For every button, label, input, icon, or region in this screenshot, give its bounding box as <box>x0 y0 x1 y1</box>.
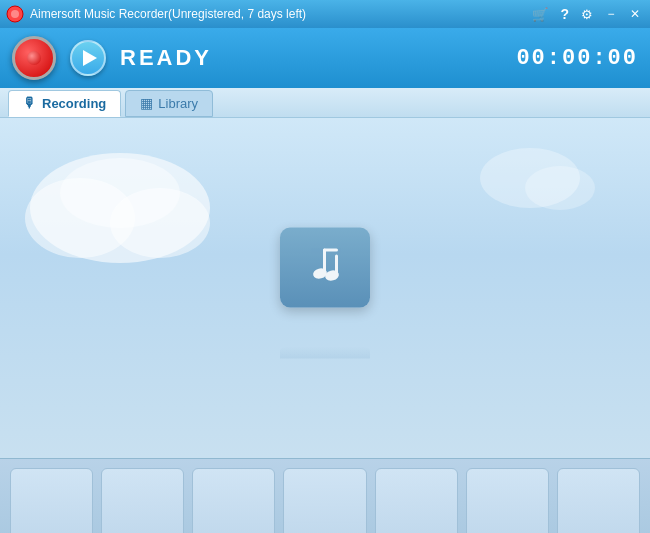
timer-display: 00:00:00 <box>516 46 638 71</box>
thumbnail-card-2 <box>101 468 184 534</box>
svg-point-3 <box>25 178 135 258</box>
thumbnail-card-5 <box>375 468 458 534</box>
title-bar: Aimersoft Music Recorder(Unregistered, 7… <box>0 0 650 28</box>
cart-icon[interactable]: 🛒 <box>529 7 551 22</box>
play-button[interactable] <box>70 40 106 76</box>
svg-point-7 <box>525 166 595 210</box>
recording-tab-icon: 🎙 <box>23 95 37 111</box>
app-icon <box>6 5 24 23</box>
svg-rect-12 <box>323 248 338 251</box>
record-button-inner <box>27 51 41 65</box>
library-tab-label: Library <box>158 96 198 111</box>
thumbnail-card-3 <box>192 468 275 534</box>
svg-point-6 <box>480 148 580 208</box>
main-content <box>0 118 650 458</box>
svg-point-5 <box>60 158 180 228</box>
tabs-bar: 🎙 Recording ▦ Library <box>0 88 650 118</box>
svg-point-2 <box>30 153 210 263</box>
music-icon-box <box>280 228 370 308</box>
thumbnail-card-6 <box>466 468 549 534</box>
thumbnail-card-1 <box>10 468 93 534</box>
transport-bar: READY 00:00:00 <box>0 28 650 88</box>
title-bar-actions: 🛒 ? ⚙ − ✕ <box>529 6 644 22</box>
thumbnail-card-4 <box>283 468 366 534</box>
recording-tab-label: Recording <box>42 96 106 111</box>
thumbnail-card-7 <box>557 468 640 534</box>
minimize-button[interactable]: − <box>602 6 620 22</box>
music-icon-container <box>280 228 370 338</box>
svg-point-4 <box>110 188 210 258</box>
thumbnail-strip <box>0 458 650 533</box>
play-icon <box>83 50 97 66</box>
music-icon-reflection <box>280 347 370 359</box>
library-tab-icon: ▦ <box>140 95 153 111</box>
status-display: READY <box>120 45 502 71</box>
music-notes-icon <box>295 240 355 295</box>
tab-recording[interactable]: 🎙 Recording <box>8 90 121 117</box>
close-button[interactable]: ✕ <box>626 6 644 22</box>
svg-point-1 <box>11 10 19 18</box>
tab-library[interactable]: ▦ Library <box>125 90 213 117</box>
app-title: Aimersoft Music Recorder(Unregistered, 7… <box>30 7 529 21</box>
help-icon[interactable]: ? <box>557 6 572 22</box>
record-button[interactable] <box>12 36 56 80</box>
settings-icon[interactable]: ⚙ <box>578 7 596 22</box>
